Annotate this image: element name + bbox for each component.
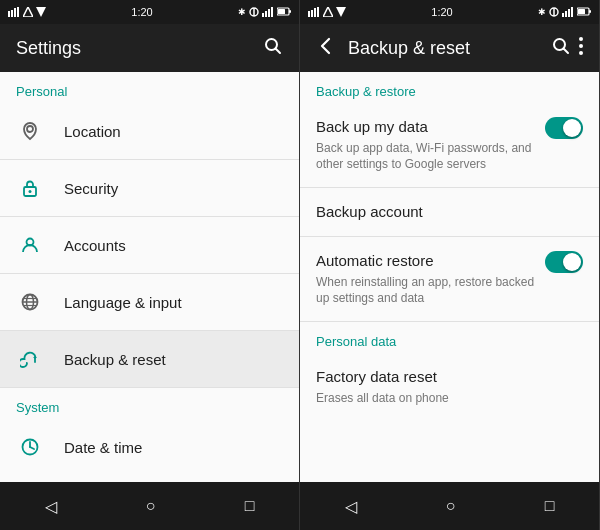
settings-toolbar: Settings xyxy=(0,24,299,72)
backup-reset-panel: 1:20 ✱ Backup & reset xyxy=(300,0,600,530)
section-system: System xyxy=(0,388,299,419)
status-bar-left: 1:20 ✱ xyxy=(0,0,299,24)
backup-content: Backup & restore Back up my data Back up… xyxy=(300,72,599,482)
menu-item-accounts[interactable]: Accounts xyxy=(0,217,299,273)
menu-item-factory-reset[interactable]: Factory data reset Erases all data on ph… xyxy=(300,353,599,420)
menu-item-location[interactable]: Location xyxy=(0,103,299,159)
svg-rect-37 xyxy=(562,13,564,17)
svg-rect-32 xyxy=(317,7,319,17)
svg-rect-3 xyxy=(17,7,19,17)
status-time-left: 1:20 xyxy=(131,6,152,18)
back-button-left[interactable]: ◁ xyxy=(21,489,81,524)
menu-item-datetime[interactable]: Date & time xyxy=(0,419,299,475)
security-icon xyxy=(16,174,44,202)
auto-restore-subtitle: When reinstalling an app, restore backed… xyxy=(316,274,545,308)
security-label: Security xyxy=(64,180,118,197)
recents-button-right[interactable]: □ xyxy=(521,489,579,523)
status-icons-right xyxy=(308,7,346,17)
backup-icon xyxy=(16,345,44,373)
location-label: Location xyxy=(64,123,121,140)
svg-rect-38 xyxy=(565,11,567,17)
language-text: Language & input xyxy=(64,294,182,311)
security-text: Security xyxy=(64,180,118,197)
settings-panel: 1:20 ✱ Settings Personal xyxy=(0,0,300,530)
toolbar-icons xyxy=(263,36,283,61)
backup-toolbar-icons xyxy=(551,36,583,61)
svg-rect-14 xyxy=(278,9,285,14)
back-nav-icon[interactable] xyxy=(316,36,336,61)
factory-reset-title: Factory data reset xyxy=(316,367,583,387)
svg-marker-4 xyxy=(23,7,33,17)
svg-rect-13 xyxy=(289,10,291,13)
menu-item-language[interactable]: Language & input xyxy=(0,274,299,330)
recents-button-left[interactable]: □ xyxy=(221,489,279,523)
status-icons-left xyxy=(8,7,46,17)
backup-account-body: Backup account xyxy=(316,202,583,222)
auto-restore-body: Automatic restore When reinstalling an a… xyxy=(316,251,545,307)
svg-rect-29 xyxy=(308,11,310,17)
menu-item-auto-restore[interactable]: Automatic restore When reinstalling an a… xyxy=(300,237,599,321)
svg-line-45 xyxy=(564,48,569,53)
svg-rect-0 xyxy=(8,11,10,17)
back-button-right[interactable]: ◁ xyxy=(321,489,381,524)
svg-point-48 xyxy=(579,51,583,55)
factory-reset-body: Factory data reset Erases all data on ph… xyxy=(316,367,583,406)
settings-title: Settings xyxy=(16,38,251,59)
svg-rect-1 xyxy=(11,10,13,17)
svg-line-28 xyxy=(30,447,34,449)
language-label: Language & input xyxy=(64,294,182,311)
location-text: Location xyxy=(64,123,121,140)
svg-rect-42 xyxy=(589,10,591,13)
auto-restore-toggle-switch[interactable] xyxy=(545,251,583,273)
backup-toolbar: Backup & reset xyxy=(300,24,599,72)
svg-rect-40 xyxy=(571,7,573,17)
backup-data-subtitle: Back up app data, Wi-Fi passwords, and o… xyxy=(316,140,545,174)
svg-rect-43 xyxy=(578,9,585,14)
language-icon xyxy=(16,288,44,316)
menu-item-security[interactable]: Security xyxy=(0,160,299,216)
svg-rect-30 xyxy=(311,10,313,17)
backup-data-toggle-switch[interactable] xyxy=(545,117,583,139)
menu-item-backup[interactable]: Backup & reset xyxy=(0,331,299,387)
datetime-text: Date & time xyxy=(64,439,142,456)
search-icon[interactable] xyxy=(263,36,283,61)
backup-account-title: Backup account xyxy=(316,202,583,222)
location-icon xyxy=(16,117,44,145)
home-button-right[interactable]: ○ xyxy=(422,489,480,523)
svg-rect-31 xyxy=(314,8,316,17)
nav-bar-right: ◁ ○ □ xyxy=(300,482,599,530)
auto-restore-toggle[interactable] xyxy=(545,251,583,273)
svg-rect-2 xyxy=(14,8,16,17)
settings-content: Personal Location Secu xyxy=(0,72,299,482)
svg-rect-10 xyxy=(268,9,270,17)
auto-restore-title: Automatic restore xyxy=(316,251,545,271)
svg-rect-8 xyxy=(262,13,264,17)
menu-item-backup-account[interactable]: Backup account xyxy=(300,188,599,236)
svg-marker-33 xyxy=(323,7,333,17)
home-button-left[interactable]: ○ xyxy=(122,489,180,523)
svg-point-47 xyxy=(579,44,583,48)
more-icon[interactable] xyxy=(579,37,583,60)
status-right-icons-right: ✱ xyxy=(538,7,591,17)
section-personal-data: Personal data xyxy=(300,322,599,353)
nav-bar-left: ◁ ○ □ xyxy=(0,482,299,530)
svg-point-19 xyxy=(29,190,32,193)
backup-text: Backup & reset xyxy=(64,351,166,368)
section-personal: Personal xyxy=(0,72,299,103)
accounts-icon xyxy=(16,231,44,259)
search-icon-right[interactable] xyxy=(551,36,571,61)
accounts-label: Accounts xyxy=(64,237,126,254)
accounts-text: Accounts xyxy=(64,237,126,254)
svg-rect-9 xyxy=(265,11,267,17)
backup-data-toggle[interactable] xyxy=(545,117,583,139)
datetime-icon xyxy=(16,433,44,461)
svg-marker-5 xyxy=(36,7,46,17)
menu-item-backup-data[interactable]: Back up my data Back up app data, Wi-Fi … xyxy=(300,103,599,187)
section-backup-restore: Backup & restore xyxy=(300,72,599,103)
status-time-right: 1:20 xyxy=(431,6,452,18)
svg-rect-39 xyxy=(568,9,570,17)
backup-data-title: Back up my data xyxy=(316,117,545,137)
backup-data-body: Back up my data Back up app data, Wi-Fi … xyxy=(316,117,545,173)
svg-point-46 xyxy=(579,37,583,41)
datetime-label: Date & time xyxy=(64,439,142,456)
